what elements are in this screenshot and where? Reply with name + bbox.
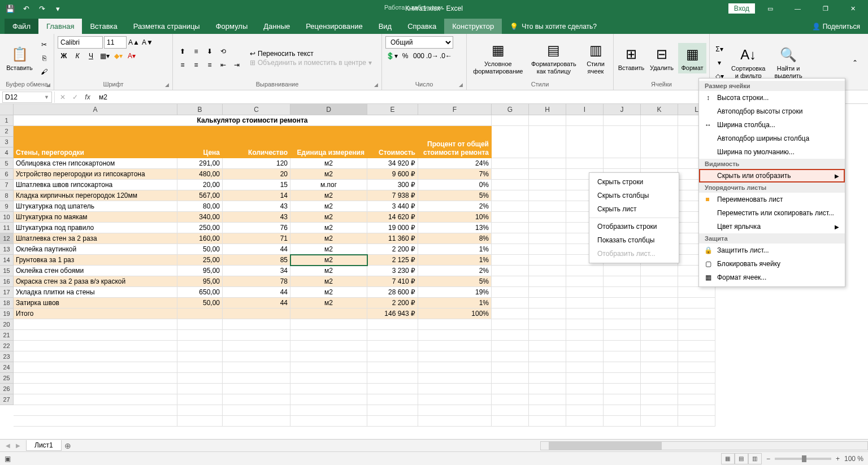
increase-font-icon[interactable]: A▲ — [128, 36, 140, 49]
cell[interactable] — [492, 405, 529, 416]
autofit-column-width-item[interactable]: Автоподбор ширины столбца — [699, 132, 845, 145]
row-header[interactable]: 15 — [0, 266, 14, 276]
cell[interactable] — [604, 351, 641, 362]
autosum-icon[interactable]: Σ▾ — [713, 43, 726, 55]
table-cell[interactable]: 1% — [418, 298, 492, 308]
cell[interactable] — [566, 308, 604, 319]
percent-format-icon[interactable]: % — [399, 50, 411, 62]
table-cell[interactable]: м2 — [290, 223, 367, 233]
table-cell[interactable]: 43 — [223, 201, 290, 212]
cell[interactable] — [223, 319, 290, 330]
table-cell[interactable]: м2 — [290, 287, 367, 298]
maximize-icon[interactable]: ❐ — [813, 0, 838, 17]
column-header[interactable]: A — [14, 104, 177, 115]
cell[interactable] — [529, 373, 566, 384]
qat-customize-icon[interactable]: ▾ — [52, 3, 63, 14]
row-header[interactable]: 7 — [0, 180, 14, 190]
cell[interactable] — [418, 394, 492, 405]
cell[interactable] — [604, 266, 641, 276]
cell[interactable] — [604, 298, 641, 308]
table-cell[interactable]: 3 230 ₽ — [367, 266, 418, 276]
table-cell[interactable]: 76 — [223, 223, 290, 233]
table-total-cell[interactable] — [177, 308, 223, 319]
cell[interactable] — [604, 384, 641, 394]
cell[interactable] — [529, 319, 566, 330]
format-cells-button[interactable]: ▦Формат — [678, 43, 706, 73]
number-launcher-icon[interactable]: ◢ — [459, 82, 463, 88]
cell[interactable] — [223, 341, 290, 351]
row-header[interactable]: 14 — [0, 255, 14, 266]
row-header[interactable]: 27 — [0, 394, 14, 405]
cell[interactable] — [529, 351, 566, 362]
column-header[interactable]: G — [492, 104, 529, 115]
row-header[interactable]: 26 — [0, 384, 14, 394]
fx-icon[interactable]: fx — [82, 92, 93, 103]
cell[interactable] — [566, 298, 604, 308]
cell[interactable] — [604, 394, 641, 405]
table-cell[interactable]: 300 ₽ — [367, 180, 418, 190]
tab-formulas[interactable]: Формулы — [208, 19, 256, 34]
cell[interactable] — [529, 244, 566, 255]
tab-view[interactable]: Вид — [371, 19, 400, 34]
table-cell[interactable]: м2 — [290, 255, 367, 266]
cell[interactable] — [641, 394, 678, 405]
table-header-cell[interactable]: Стоимость — [367, 126, 418, 158]
horizontal-scrollbar[interactable] — [540, 441, 868, 450]
cell[interactable] — [566, 330, 604, 341]
table-cell[interactable]: Штукатурка под шпатель — [14, 201, 177, 212]
conditional-formatting-button[interactable]: ▦ Условное форматирование — [470, 39, 526, 76]
rename-sheet-item[interactable]: Переименовать лист — [699, 193, 845, 206]
table-cell[interactable]: 7% — [418, 169, 492, 180]
hide-columns-item[interactable]: Скрыть столбцы — [589, 189, 679, 202]
cell[interactable] — [367, 341, 418, 351]
row-header[interactable]: 23 — [0, 351, 14, 362]
cell[interactable] — [290, 416, 367, 427]
cell[interactable] — [492, 384, 529, 394]
cell[interactable] — [177, 416, 223, 427]
table-cell[interactable]: м2 — [290, 169, 367, 180]
cell[interactable] — [641, 115, 678, 126]
row-header[interactable]: 10 — [0, 212, 14, 223]
table-header-cell[interactable]: Цена — [177, 126, 223, 158]
add-sheet-button[interactable]: ⊕ — [62, 440, 74, 452]
row-header[interactable]: 24 — [0, 362, 14, 373]
table-cell[interactable]: м2 — [290, 233, 367, 244]
row-header[interactable]: 4 — [0, 147, 14, 158]
cell[interactable] — [641, 287, 678, 298]
column-header[interactable]: H — [529, 104, 566, 115]
find-select-button[interactable]: 🔍Найти и выделить — [771, 44, 805, 81]
table-total-cell[interactable]: 146 943 ₽ — [367, 308, 418, 319]
cell[interactable] — [678, 384, 715, 394]
table-cell[interactable]: 2% — [418, 201, 492, 212]
cell[interactable] — [566, 158, 604, 169]
comma-format-icon[interactable]: 000 — [413, 50, 425, 62]
cell[interactable] — [492, 287, 529, 298]
cell[interactable] — [604, 308, 641, 319]
table-cell[interactable]: 85 — [223, 255, 290, 266]
cell[interactable] — [492, 169, 529, 180]
cell[interactable] — [367, 373, 418, 384]
table-cell[interactable]: Шпатлевка швов гипсокартона — [14, 180, 177, 190]
fill-color-icon[interactable]: ◆▾ — [112, 50, 124, 62]
cell[interactable] — [367, 416, 418, 427]
cell[interactable] — [678, 308, 715, 319]
table-cell[interactable]: Шпатлевка стен за 2 раза — [14, 233, 177, 244]
zoom-level[interactable]: 100 % — [844, 455, 863, 463]
cell[interactable] — [290, 405, 367, 416]
select-all-corner[interactable] — [0, 104, 14, 115]
table-header-cell[interactable]: Процент от общей стоимости ремонта — [418, 126, 492, 158]
cell[interactable] — [604, 158, 641, 169]
cell[interactable] — [492, 319, 529, 330]
table-cell[interactable]: 20,00 — [177, 180, 223, 190]
cell[interactable] — [177, 362, 223, 373]
table-cell[interactable]: 10% — [418, 212, 492, 223]
table-total-cell[interactable] — [290, 308, 367, 319]
table-total-cell[interactable]: 100% — [418, 308, 492, 319]
cell[interactable] — [529, 255, 566, 266]
cell[interactable] — [418, 362, 492, 373]
cell[interactable] — [223, 384, 290, 394]
cell[interactable] — [566, 405, 604, 416]
cell[interactable] — [492, 362, 529, 373]
cell[interactable] — [290, 351, 367, 362]
cell[interactable] — [223, 330, 290, 341]
